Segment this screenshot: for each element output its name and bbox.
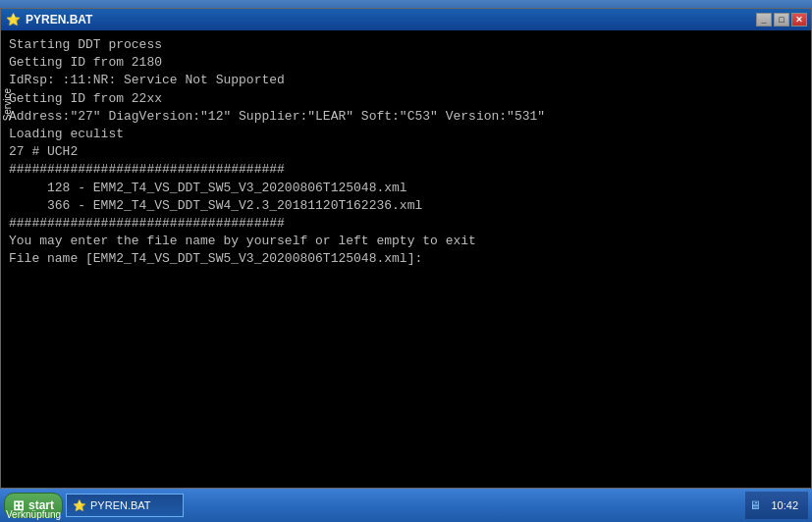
maximize-button[interactable]: □ <box>774 13 789 26</box>
terminal-line: #################################### <box>9 161 803 179</box>
sidebar-service-label: Service <box>2 88 13 121</box>
taskbar-task-icon: ⭐ <box>73 499 86 512</box>
terminal-window: ⭐ PYREN.BAT _ □ ✕ Starting DDT process G… <box>0 8 812 489</box>
terminal-line: Loading eculist <box>9 126 803 143</box>
terminal-line: IdRsp: :11:NR: Service Not Supported <box>9 72 803 89</box>
sidebar-left: Service <box>0 29 14 481</box>
title-bar: ⭐ PYREN.BAT _ □ ✕ <box>1 9 811 30</box>
verknupfung-label: Verknüpfung <box>6 509 61 520</box>
close-button[interactable]: ✕ <box>791 13 807 26</box>
window-title: PYREN.BAT <box>26 13 751 26</box>
terminal-line: File name [EMM2_T4_VS_DDT_SW5_V3_2020080… <box>9 250 803 268</box>
terminal-line: You may enter the file name by yourself … <box>9 233 803 250</box>
terminal-line: 128 - EMM2_T4_VS_DDT_SW5_V3_20200806T125… <box>9 180 803 197</box>
window-controls: _ □ ✕ <box>756 13 807 26</box>
terminal-line: #################################### <box>9 215 803 233</box>
taskbar-task-label: PYREN.BAT <box>90 499 151 511</box>
taskbar-active-task[interactable]: ⭐ PYREN.BAT <box>66 494 184 517</box>
window-icon: ⭐ <box>5 12 21 27</box>
taskbar: ⊞ start ⭐ PYREN.BAT 🖥 10:42 <box>0 489 812 522</box>
top-taskbar <box>0 0 812 8</box>
terminal-line: Address:"27" DiagVersion:"12" Supplier:"… <box>9 108 803 126</box>
minimize-button[interactable]: _ <box>756 13 772 26</box>
clock: 10:42 <box>765 499 804 511</box>
network-icon: 🖥 <box>749 498 761 513</box>
terminal-line: 366 - EMM2_T4_VS_DDT_SW4_V2.3_20181120T1… <box>9 197 803 215</box>
terminal-line: Starting DDT process <box>9 36 803 54</box>
terminal-line: Getting ID from 22xx <box>9 90 803 108</box>
taskbar-tray: 🖥 10:42 <box>745 492 808 519</box>
terminal-body[interactable]: Starting DDT process Getting ID from 218… <box>1 30 811 488</box>
terminal-line: Getting ID from 2180 <box>9 54 803 72</box>
terminal-line: 27 # UCH2 <box>9 143 803 161</box>
